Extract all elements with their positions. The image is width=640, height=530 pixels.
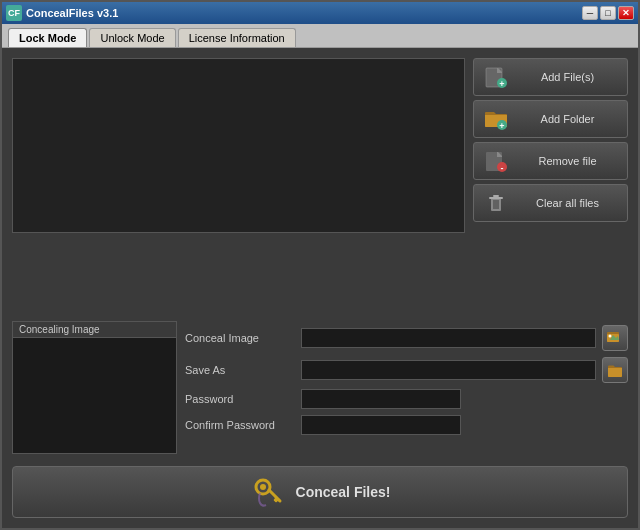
add-folder-icon: + <box>482 105 510 133</box>
form-section: Conceal Image Save As <box>185 321 628 454</box>
clear-all-label: Clear all files <box>516 197 619 209</box>
tab-lock-mode[interactable]: Lock Mode <box>8 28 87 47</box>
confirm-password-input[interactable] <box>301 415 461 435</box>
clear-all-button[interactable]: Clear all files <box>473 184 628 222</box>
conceal-icon <box>250 471 286 514</box>
concealing-image-box: Concealing Image <box>12 321 177 454</box>
main-window: CF ConcealFiles v3.1 ─ □ ✕ Lock Mode Unl… <box>0 0 640 530</box>
main-content: + Add File(s) + Add Folder <box>2 48 638 528</box>
conceal-image-row: Conceal Image <box>185 325 628 351</box>
title-bar-text: ConcealFiles v3.1 <box>26 7 582 19</box>
conceal-image-label: Conceal Image <box>185 332 295 344</box>
svg-rect-12 <box>489 197 503 199</box>
remove-file-label: Remove file <box>516 155 619 167</box>
svg-point-20 <box>609 335 612 338</box>
tab-license-info[interactable]: License Information <box>178 28 296 47</box>
save-as-input[interactable] <box>301 360 596 380</box>
add-files-label: Add File(s) <box>516 71 619 83</box>
password-input[interactable] <box>301 389 461 409</box>
close-button[interactable]: ✕ <box>618 6 634 20</box>
add-folder-label: Add Folder <box>516 113 619 125</box>
trash-icon <box>482 189 510 217</box>
conceal-image-input[interactable] <box>301 328 596 348</box>
tab-unlock-mode[interactable]: Unlock Mode <box>89 28 175 47</box>
remove-file-icon: - <box>482 147 510 175</box>
concealing-image-label: Concealing Image <box>13 322 176 338</box>
save-as-browse-button[interactable] <box>602 357 628 383</box>
bottom-section: Concealing Image Conceal Image <box>12 321 628 454</box>
title-bar-buttons: ─ □ ✕ <box>582 6 634 20</box>
title-bar: CF ConcealFiles v3.1 ─ □ ✕ <box>2 2 638 24</box>
save-as-row: Save As <box>185 357 628 383</box>
svg-text:-: - <box>501 163 504 173</box>
password-row: Password <box>185 389 628 409</box>
svg-rect-13 <box>493 195 499 197</box>
add-files-button[interactable]: + Add File(s) <box>473 58 628 96</box>
svg-text:+: + <box>499 79 504 89</box>
minimize-button[interactable]: ─ <box>582 6 598 20</box>
conceal-files-label: Conceal Files! <box>296 484 391 500</box>
conceal-image-browse-button[interactable] <box>602 325 628 351</box>
app-icon: CF <box>6 5 22 21</box>
menu-bar: Lock Mode Unlock Mode License Informatio… <box>2 24 638 48</box>
remove-file-button[interactable]: - Remove file <box>473 142 628 180</box>
conceal-files-button[interactable]: Conceal Files! <box>12 466 628 518</box>
add-files-icon: + <box>482 63 510 91</box>
confirm-password-row: Confirm Password <box>185 415 628 435</box>
confirm-password-label: Confirm Password <box>185 419 295 431</box>
buttons-panel: + Add File(s) + Add Folder <box>473 58 628 313</box>
maximize-button[interactable]: □ <box>600 6 616 20</box>
concealing-image-preview <box>13 338 176 453</box>
svg-text:+: + <box>499 121 504 131</box>
password-label: Password <box>185 393 295 405</box>
top-section: + Add File(s) + Add Folder <box>12 58 628 313</box>
svg-point-22 <box>260 484 266 490</box>
file-list[interactable] <box>12 58 465 233</box>
add-folder-button[interactable]: + Add Folder <box>473 100 628 138</box>
save-as-label: Save As <box>185 364 295 376</box>
